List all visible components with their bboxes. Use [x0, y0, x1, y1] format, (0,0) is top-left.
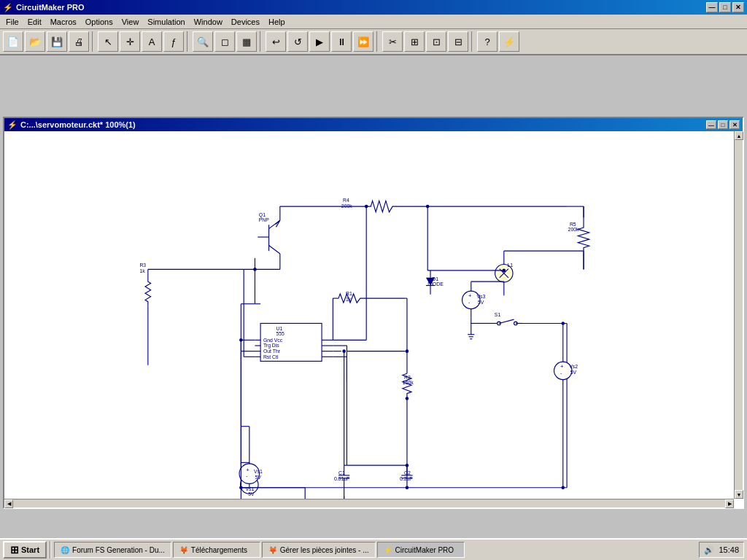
scroll-left-button[interactable]: ◀: [4, 499, 13, 508]
task-icon-circuitmaker: ⚡: [384, 546, 392, 554]
svg-text:+: +: [246, 467, 249, 473]
tb-help[interactable]: ?: [477, 31, 498, 52]
svg-text:Gnd  Vcc: Gnd Vcc: [263, 338, 283, 343]
tb-flip[interactable]: ↺: [287, 31, 308, 52]
scroll-right-button[interactable]: ▶: [725, 499, 734, 508]
tb-print[interactable]: 🖨: [69, 31, 89, 52]
tb-cut[interactable]: ✂: [382, 31, 403, 52]
svg-point-149: [561, 322, 565, 325]
svg-text:Rst   Ctl: Rst Ctl: [263, 354, 279, 359]
windows-logo: ⊞: [10, 544, 19, 556]
menu-edit[interactable]: Edit: [23, 16, 46, 28]
title-controls: — □ ✕: [706, 2, 744, 12]
tb-grid[interactable]: ▦: [236, 31, 257, 52]
tb-component[interactable]: ⊡: [426, 31, 446, 52]
svg-point-160: [365, 205, 368, 209]
tb-rotate[interactable]: ↩: [266, 31, 286, 52]
menu-file[interactable]: File: [1, 16, 23, 28]
tb-add[interactable]: ✛: [120, 31, 140, 52]
tb-step[interactable]: ⏩: [353, 31, 374, 52]
tb-open[interactable]: 📂: [25, 31, 45, 52]
svg-text:R4: R4: [343, 198, 349, 203]
tb-save[interactable]: 💾: [47, 31, 67, 52]
menu-bar: File Edit Macros Options View Simulation…: [0, 15, 747, 29]
start-button[interactable]: ⊞ Start: [3, 541, 47, 559]
svg-point-151: [561, 486, 565, 489]
menu-window[interactable]: Window: [190, 16, 227, 28]
system-tray: 🔊 15:48: [699, 542, 744, 558]
taskbar: ⊞ Start 🌐 Forum FS Generation - Du... 🦊 …: [0, 538, 747, 560]
svg-text:-: -: [560, 370, 562, 376]
taskbar-item-downloads[interactable]: 🦊 Téléchargements: [173, 542, 260, 558]
svg-text:5V: 5V: [478, 300, 484, 305]
svg-text:PNP: PNP: [259, 217, 270, 222]
svg-text:5V: 5V: [570, 370, 577, 375]
toolbar: 📄 📂 💾 🖨 ↖ ✛ A ƒ 🔍 ◻ ▦ ↩ ↺ ▶ ⏸ ⏩ ✂ ⊞ ⊡ ⊟ …: [0, 29, 747, 55]
tb-special[interactable]: ⚡: [499, 31, 519, 52]
svg-text:Vs1: Vs1: [245, 486, 254, 491]
svg-text:C2: C2: [404, 470, 411, 475]
menu-options[interactable]: Options: [81, 16, 117, 28]
svg-point-173: [406, 464, 409, 467]
minimize-button[interactable]: —: [706, 2, 718, 12]
taskbar-item-circuitmaker[interactable]: ⚡ CircuitMaker PRO: [377, 542, 465, 558]
menu-view[interactable]: View: [117, 16, 144, 28]
svg-text:-: -: [468, 300, 470, 305]
svg-text:5V: 5V: [248, 491, 255, 497]
svg-text:5V: 5V: [255, 475, 261, 480]
circuit-maximize[interactable]: □: [718, 120, 728, 129]
svg-text:Trg   Dis: Trg Dis: [263, 343, 279, 349]
svg-point-163: [239, 338, 243, 342]
tb-new[interactable]: 📄: [3, 31, 23, 52]
tb-zoom-box[interactable]: ◻: [214, 31, 235, 52]
task-label-downloads: Téléchargements: [191, 546, 247, 554]
svg-point-156: [426, 205, 430, 209]
taskbar-item-attachments[interactable]: 🦊 Gérer les pièces jointes - ...: [262, 542, 376, 558]
task-icon-downloads: 🦊: [179, 546, 188, 554]
svg-text:555: 555: [276, 331, 285, 336]
svg-text:Vs1: Vs1: [254, 469, 263, 474]
circuit-canvas: .wire { stroke: #00008B; stroke-width: 1…: [4, 131, 734, 499]
scroll-down-button[interactable]: ▼: [735, 490, 743, 499]
maximize-button[interactable]: □: [719, 2, 731, 12]
svg-text:+: +: [468, 292, 472, 299]
tb-select[interactable]: ↖: [98, 31, 118, 52]
circuit-close[interactable]: ✕: [729, 120, 740, 129]
svg-text:R5: R5: [570, 222, 576, 227]
menu-devices[interactable]: Devices: [227, 16, 264, 28]
menu-simulation[interactable]: Simulation: [143, 16, 189, 28]
svg-text:R3: R3: [139, 262, 146, 268]
tb-function[interactable]: ƒ: [163, 31, 184, 52]
task-label-attachments: Gérer les pièces jointes - ...: [280, 546, 369, 554]
tb-zoom[interactable]: 🔍: [193, 31, 213, 52]
main-area: ⚡ C:...\servomoteur.ckt* 100%(1) — □ ✕ .…: [0, 55, 747, 538]
menu-macros[interactable]: Macros: [46, 16, 81, 28]
vertical-scrollbar[interactable]: ▲ ▼: [734, 131, 743, 499]
menu-help[interactable]: Help: [264, 16, 290, 28]
task-icon-attachments: 🦊: [268, 546, 277, 554]
circuit-minimize[interactable]: —: [706, 120, 716, 129]
tb-wire[interactable]: ⊞: [404, 31, 425, 52]
tb-separator-2: [187, 31, 190, 52]
circuit-title-bar: ⚡ C:...\servomoteur.ckt* 100%(1) — □ ✕: [4, 118, 743, 131]
svg-point-72: [406, 349, 409, 353]
tb-separator-5: [471, 31, 474, 52]
tb-text[interactable]: A: [142, 31, 162, 52]
svg-text:U1: U1: [276, 326, 282, 331]
tb-run[interactable]: ▶: [309, 31, 330, 52]
svg-text:+: +: [560, 363, 564, 370]
taskbar-separator: [50, 541, 51, 559]
svg-point-168: [406, 397, 409, 400]
close-button[interactable]: ✕: [732, 2, 744, 12]
tb-node[interactable]: ⊟: [448, 31, 468, 52]
task-icon-forum: 🌐: [61, 546, 69, 554]
scroll-up-button[interactable]: ▲: [735, 131, 743, 140]
horizontal-scrollbar[interactable]: ◀ ▶: [4, 499, 734, 508]
tb-pause[interactable]: ⏸: [331, 31, 352, 52]
svg-text:Out  Thr: Out Thr: [263, 349, 281, 354]
taskbar-item-forum[interactable]: 🌐 Forum FS Generation - Du...: [54, 542, 171, 558]
volume-icon: 🔊: [704, 545, 714, 555]
title-bar: ⚡ CircuitMaker PRO — □ ✕: [0, 0, 747, 15]
svg-text:L1: L1: [507, 262, 513, 268]
svg-text:Q1: Q1: [259, 212, 266, 218]
